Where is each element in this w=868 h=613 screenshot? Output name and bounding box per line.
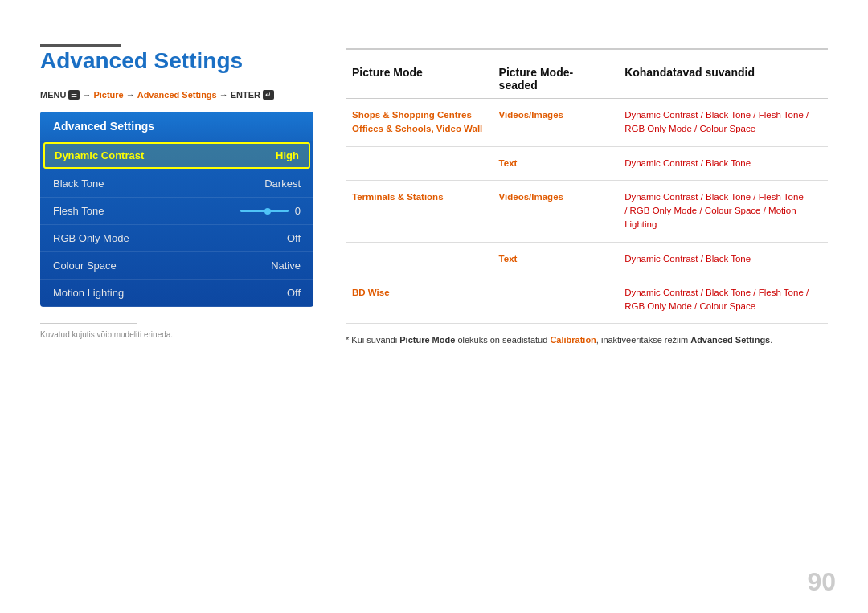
row5-suvandid: Dynamic Contrast / Black Tone / Flesh To… <box>618 284 828 316</box>
slider-thumb <box>264 208 271 215</box>
item-value-motion-lighting: Off <box>287 287 301 299</box>
table-row-4: Text Dynamic Contrast / Black Tone <box>346 243 828 276</box>
item-value-rgb-only-mode: Off <box>287 232 301 244</box>
page-title: Advanced Settings <box>40 48 313 74</box>
settings-item-rgb-only-mode[interactable]: RGB Only Mode Off <box>40 225 313 252</box>
col-header-mode-seaded: Picture Mode-seaded <box>493 66 619 92</box>
row1-suvandid: Dynamic Contrast / Black Tone / Flesh To… <box>618 107 828 138</box>
settings-item-motion-lighting[interactable]: Motion Lighting Off <box>40 280 313 307</box>
col-header-picture-mode: Picture Mode <box>346 66 493 92</box>
row2-seaded: Text <box>493 155 619 172</box>
arrow3: → <box>219 90 228 100</box>
col-header-suvandid: Kohandatavad suvandid <box>618 66 828 92</box>
settings-item-black-tone[interactable]: Black Tone Darkest <box>40 170 313 198</box>
table-row-2: Text Dynamic Contrast / Black Tone <box>346 147 828 181</box>
enter-icon: ↵ <box>263 90 274 100</box>
table-row-1: Shops & Shopping CentresOffices & School… <box>346 99 828 147</box>
row1-seaded: Videos/Images <box>493 107 619 124</box>
settings-item-dynamic-contrast[interactable]: Dynamic Contrast High <box>43 142 310 169</box>
row4-mode <box>346 251 493 254</box>
menu-icon: ☰ <box>68 90 80 100</box>
table-row-5: BD Wise Dynamic Contrast / Black Tone / … <box>346 276 828 325</box>
row2-mode <box>346 155 493 158</box>
slider-bar <box>240 210 289 212</box>
menu-path: MENU ☰ → Picture → Advanced Settings → E… <box>40 90 313 100</box>
row1-mode: Shops & Shopping CentresOffices & School… <box>346 107 493 138</box>
settings-panel-title: Advanced Settings <box>40 112 313 141</box>
table-row-3: Terminals & Stations Videos/Images Dynam… <box>346 181 828 243</box>
advanced-link: Advanced Settings <box>137 90 217 100</box>
table-footnote: * Kui suvandi Picture Mode olekuks on se… <box>346 333 828 348</box>
menu-label: MENU <box>40 90 66 100</box>
settings-item-flesh-tone[interactable]: Flesh Tone 0 <box>40 198 313 225</box>
row3-suvandid: Dynamic Contrast / Black Tone / Flesh To… <box>618 189 828 234</box>
row5-seaded <box>493 284 619 288</box>
enter-label: ENTER <box>231 90 260 100</box>
item-value-flesh-tone: 0 <box>295 205 301 217</box>
item-label-motion-lighting: Motion Lighting <box>53 287 124 299</box>
arrow2: → <box>126 90 135 100</box>
page-number: 90 <box>807 567 836 597</box>
picture-link: Picture <box>93 90 123 100</box>
item-label-flesh-tone: Flesh Tone <box>53 205 104 217</box>
item-label-colour-space: Colour Space <box>53 260 117 272</box>
row3-seaded: Videos/Images <box>493 189 619 206</box>
right-column: Picture Mode Picture Mode-seaded Kohanda… <box>346 32 828 348</box>
settings-item-colour-space[interactable]: Colour Space Native <box>40 252 313 280</box>
item-label-rgb-only-mode: RGB Only Mode <box>53 232 129 244</box>
row3-mode: Terminals & Stations <box>346 189 493 206</box>
footnote-divider <box>40 323 137 324</box>
flesh-tone-slider[interactable]: 0 <box>240 205 301 217</box>
row5-mode: BD Wise <box>346 284 493 301</box>
footnote-image-text: Kuvatud kujutis võib mudeliti erineda. <box>40 330 313 339</box>
decorative-line <box>40 44 121 47</box>
row4-seaded: Text <box>493 251 619 268</box>
item-label-black-tone: Black Tone <box>53 178 104 190</box>
row2-suvandid: Dynamic Contrast / Black Tone <box>618 155 828 172</box>
item-value-dynamic-contrast: High <box>276 149 299 161</box>
left-column: Advanced Settings MENU ☰ → Picture → Adv… <box>40 32 313 348</box>
table-header: Picture Mode Picture Mode-seaded Kohanda… <box>346 66 828 99</box>
item-value-colour-space: Native <box>271 260 301 272</box>
settings-panel: Advanced Settings Dynamic Contrast High … <box>40 112 313 307</box>
row4-suvandid: Dynamic Contrast / Black Tone <box>618 251 828 268</box>
item-value-black-tone: Darkest <box>264 178 301 190</box>
top-separator-line <box>346 48 828 50</box>
arrow1: → <box>82 90 91 100</box>
item-label-dynamic-contrast: Dynamic Contrast <box>55 149 144 161</box>
